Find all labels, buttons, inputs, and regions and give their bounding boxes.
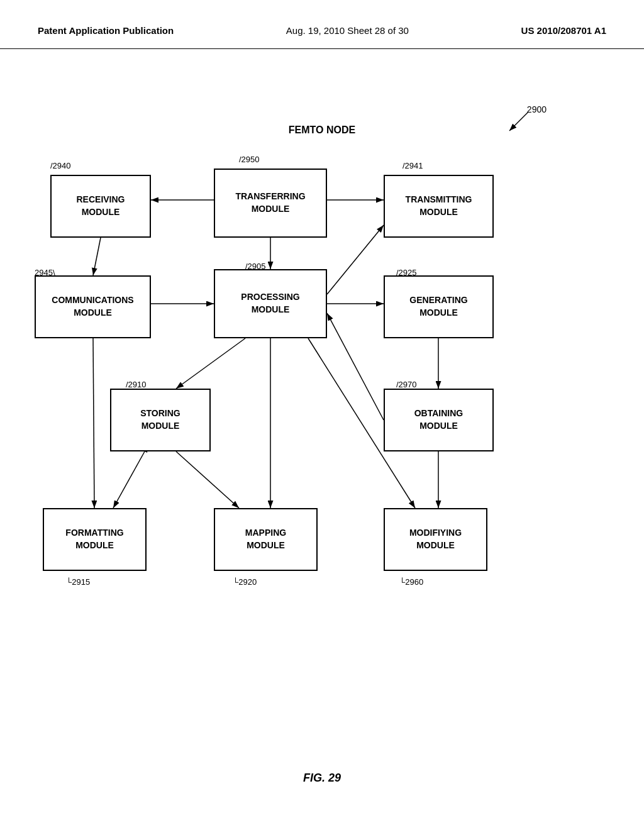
- page-header: Patent Application Publication Aug. 19, …: [0, 0, 644, 49]
- communications-module: COMMUNICATIONSMODULE: [35, 275, 151, 338]
- processing-module: PROCESSINGMODULE: [214, 269, 327, 338]
- storing-module: STORINGMODULE: [110, 389, 211, 451]
- svg-line-10: [176, 338, 245, 389]
- formatting-module: FORMATTINGMODULE: [43, 508, 147, 571]
- svg-line-5: [93, 238, 101, 275]
- ref-2941: /2941: [402, 161, 423, 170]
- ref-2920: └2920: [233, 577, 257, 587]
- receiving-module: RECEIVINGMODULE: [50, 175, 151, 238]
- obtaining-module: OBTAININGMODULE: [384, 389, 494, 451]
- svg-line-17: [93, 338, 94, 508]
- arrows-svg: [0, 49, 644, 804]
- transmitting-module: TRANSMITTINGMODULE: [384, 175, 494, 238]
- svg-line-16: [176, 451, 239, 508]
- ref-2910: /2910: [126, 380, 147, 389]
- diagram-area: FEMTO NODE 2900: [0, 49, 644, 804]
- ref-2970: /2970: [396, 380, 417, 389]
- transferring-module: TRANSFERRINGMODULE: [214, 169, 327, 238]
- generating-module: GENERATINGMODULE: [384, 275, 494, 338]
- header-right: US 2010/208701 A1: [521, 25, 606, 36]
- diagram-title: FEMTO NODE: [0, 124, 644, 136]
- ref-2940: /2940: [50, 161, 71, 170]
- fig-label: FIG. 29: [0, 772, 644, 785]
- svg-line-14: [327, 313, 384, 420]
- ref-2915: └2915: [66, 577, 90, 587]
- modifying-module: MODIFIYINGMODULE: [384, 508, 487, 571]
- ref-2950: /2950: [239, 155, 260, 164]
- ref-2945: 2945\: [35, 268, 55, 277]
- ref-2905: /2905: [245, 262, 266, 271]
- svg-line-15: [113, 451, 145, 508]
- header-left: Patent Application Publication: [38, 25, 174, 36]
- svg-line-8: [327, 225, 384, 294]
- header-center: Aug. 19, 2010 Sheet 28 of 30: [286, 25, 409, 36]
- ref-2960: └2960: [399, 577, 423, 587]
- ref-2925: /2925: [396, 268, 417, 277]
- ref-2900: 2900: [527, 104, 547, 114]
- mapping-module: MAPPINGMODULE: [214, 508, 318, 571]
